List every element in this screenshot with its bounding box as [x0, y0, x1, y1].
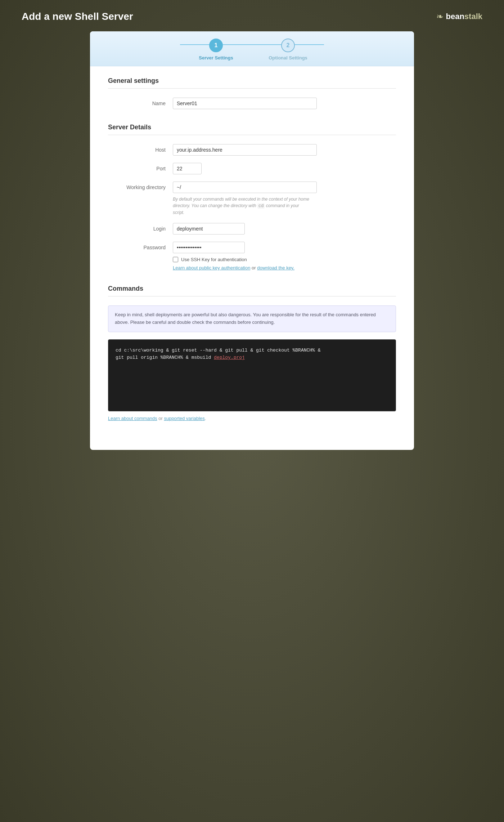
password-input[interactable]	[173, 242, 245, 253]
working-dir-hint: By default your commands will be execute…	[173, 196, 310, 216]
port-input[interactable]	[173, 163, 202, 174]
logo-bold: stalk	[464, 12, 482, 21]
beanstalk-logo: ❧ beanstalk	[436, 12, 482, 22]
working-dir-label: Working directory	[108, 182, 173, 190]
working-dir-control: By default your commands will be execute…	[173, 182, 317, 216]
ssh-key-checkbox-row: Use SSH Key for authentication	[173, 257, 317, 262]
name-input[interactable]	[173, 98, 317, 109]
name-control	[173, 98, 317, 109]
main-card: 1 Server Settings 2 Optional Settings Ge…	[90, 31, 414, 450]
step-1-number: 1	[215, 42, 218, 49]
host-control	[173, 144, 317, 156]
code-line-2: git pull origin %BRANCH% & msbuild	[116, 355, 214, 360]
login-control	[173, 223, 317, 234]
key-auth-link-row: Learn about public key authentication or…	[173, 265, 317, 271]
wizard-steps: 1 Server Settings 2 Optional Settings	[90, 31, 414, 66]
step-2-circle: 2	[281, 39, 295, 52]
working-dir-row: Working directory By default your comman…	[108, 182, 396, 216]
ssh-key-checkbox[interactable]	[173, 257, 178, 262]
name-row: Name	[108, 98, 396, 109]
download-key-link[interactable]: download the key.	[257, 265, 294, 271]
commands-links: Learn about commands or supported variab…	[108, 416, 396, 421]
server-details-section: Server Details Host Port Working directo…	[108, 124, 396, 271]
login-label: Login	[108, 223, 173, 232]
page-title: Add a new Shell Server	[22, 11, 133, 22]
password-label: Password	[108, 242, 173, 250]
beanstalk-logo-icon: ❧	[436, 12, 444, 22]
or-text-2: or	[158, 416, 164, 421]
step-1-circle: 1	[209, 39, 223, 52]
general-settings-title: General settings	[108, 77, 396, 89]
host-input[interactable]	[173, 144, 317, 156]
step-2-label: Optional Settings	[269, 55, 307, 61]
login-input[interactable]	[173, 223, 245, 234]
wizard-step-2[interactable]: 2 Optional Settings	[252, 39, 324, 61]
host-label: Host	[108, 144, 173, 153]
step-2-number: 2	[287, 42, 290, 49]
ssh-key-label[interactable]: Use SSH Key for authentication	[181, 257, 247, 262]
commands-warning: Keep in mind, shell deployments are powe…	[108, 305, 396, 332]
page-header: Add a new Shell Server ❧ beanstalk	[22, 11, 482, 22]
port-row: Port	[108, 163, 396, 174]
password-row: Password Use SSH Key for authentication …	[108, 242, 396, 271]
name-label: Name	[108, 98, 173, 106]
working-dir-input[interactable]	[173, 182, 317, 193]
logo-prefix: bean	[446, 12, 464, 21]
wizard-step-1[interactable]: 1 Server Settings	[180, 39, 252, 61]
supported-variables-link[interactable]: supported variables	[164, 416, 204, 421]
code-editor[interactable]: cd c:\src\working & git reset --hard & g…	[108, 339, 396, 411]
host-row: Host	[108, 144, 396, 156]
period: .	[205, 416, 206, 421]
login-row: Login	[108, 223, 396, 234]
password-control: Use SSH Key for authentication Learn abo…	[173, 242, 317, 271]
code-line-1: cd c:\src\working & git reset --hard & g…	[116, 348, 321, 353]
commands-section: Commands Keep in mind, shell deployments…	[108, 285, 396, 421]
step-1-label: Server Settings	[199, 55, 233, 61]
port-label: Port	[108, 163, 173, 171]
server-details-title: Server Details	[108, 124, 396, 135]
cd-code: cd	[257, 204, 265, 209]
commands-title: Commands	[108, 285, 396, 296]
general-settings-section: General settings Name	[108, 77, 396, 109]
learn-key-link[interactable]: Learn about public key authentication	[173, 265, 250, 271]
logo-text: beanstalk	[446, 12, 482, 21]
learn-commands-link[interactable]: Learn about commands	[108, 416, 157, 421]
code-highlight: deploy.proj	[214, 355, 245, 360]
or-text-1: or	[252, 265, 257, 271]
port-control	[173, 163, 317, 174]
form-content: General settings Name Server Details Hos…	[90, 66, 414, 450]
